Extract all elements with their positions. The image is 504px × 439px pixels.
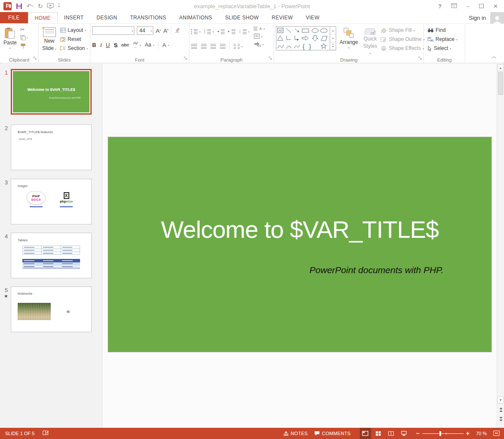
- character-spacing-button[interactable]: AV↔ ▾: [133, 41, 141, 48]
- repeat-button[interactable]: ↻: [38, 3, 43, 9]
- bullets-button[interactable]: ▾: [191, 29, 201, 34]
- zoom-slider[interactable]: [422, 428, 464, 439]
- copy-dropdown-icon[interactable]: ▾: [27, 36, 28, 39]
- shape-fill-button[interactable]: Shape Fill▾: [380, 27, 424, 33]
- shapes-scroll-up-button[interactable]: ▴: [330, 27, 336, 34]
- reading-view-button[interactable]: [386, 428, 397, 439]
- copy-button[interactable]: ▾: [20, 35, 28, 40]
- paste-dropdown-icon[interactable]: ▾: [9, 47, 11, 50]
- zoom-in-button[interactable]: +: [466, 430, 470, 437]
- slide-5-thumbnail[interactable]: Multimedia: [11, 286, 92, 332]
- quick-styles-button[interactable]: Quick Styles ▾: [362, 25, 379, 56]
- help-button[interactable]: ?: [438, 3, 442, 9]
- slide-sorter-view-button[interactable]: [373, 428, 384, 439]
- minimize-button[interactable]: –: [467, 3, 470, 9]
- increase-font-size-button[interactable]: A▴: [156, 28, 161, 34]
- slide-4-thumbnail[interactable]: Tables: [11, 233, 92, 278]
- undo-dropdown-icon[interactable]: ▾: [32, 5, 34, 7]
- text-direction-button[interactable]: A▾: [254, 26, 265, 31]
- numbering-button[interactable]: 123▾: [204, 29, 214, 34]
- shape-outline-button[interactable]: Shape Outline▾: [380, 36, 424, 42]
- cut-button[interactable]: ✂: [20, 27, 28, 32]
- decrease-indent-button[interactable]: ◂: [217, 29, 225, 34]
- save-button[interactable]: [16, 3, 22, 9]
- format-painter-button[interactable]: [20, 43, 28, 51]
- tab-transitions[interactable]: TRANSITIONS: [124, 12, 173, 23]
- scrollbar-thumb[interactable]: [498, 72, 503, 95]
- find-button[interactable]: Find: [427, 27, 458, 33]
- tab-insert[interactable]: INSERT: [58, 12, 90, 23]
- tab-review[interactable]: REVIEW: [265, 12, 299, 23]
- replace-button[interactable]: ab⮡ac Replace▾: [427, 36, 458, 42]
- layout-button[interactable]: Layout▾: [60, 27, 88, 33]
- zoom-out-button[interactable]: −: [416, 430, 420, 437]
- account-avatar[interactable]: [490, 12, 504, 24]
- decrease-font-size-button[interactable]: A▾: [164, 28, 169, 34]
- paste-button[interactable]: Paste ▾: [2, 25, 19, 56]
- tab-animations[interactable]: ANIMATIONS: [173, 12, 219, 23]
- increase-indent-button[interactable]: ▸: [228, 29, 235, 34]
- italic-button[interactable]: I: [100, 42, 102, 48]
- reset-button[interactable]: Reset: [60, 36, 88, 42]
- zoom-slider-thumb[interactable]: [439, 431, 441, 436]
- sign-in-link[interactable]: Sign in: [469, 15, 486, 21]
- new-slide-button[interactable]: ✳ New Slide ▾: [40, 25, 58, 56]
- maximize-button[interactable]: [479, 4, 484, 8]
- slide-indicator[interactable]: SLIDE 1 OF 5: [5, 431, 34, 436]
- spell-check-button[interactable]: [42, 430, 49, 437]
- slide-subtitle-text[interactable]: PowerPoint documents with PHP.: [300, 265, 453, 275]
- section-button[interactable]: Section▾: [60, 45, 88, 51]
- collapse-ribbon-button[interactable]: [492, 53, 496, 60]
- zoom-level[interactable]: 70 %: [476, 431, 487, 436]
- underline-button[interactable]: U: [106, 42, 110, 48]
- tab-home[interactable]: HOME: [28, 12, 58, 23]
- close-button[interactable]: ✕: [493, 3, 498, 9]
- scroll-down-button[interactable]: ▼: [498, 396, 504, 404]
- slide-title-text[interactable]: Welcome to $VAR_TITLE$: [108, 215, 492, 243]
- select-button[interactable]: Select▾: [427, 45, 458, 51]
- justify-button[interactable]: [220, 44, 226, 49]
- fit-slide-to-window-button[interactable]: [493, 430, 500, 437]
- scroll-up-button[interactable]: ▲: [498, 64, 504, 72]
- undo-button[interactable]: ↶▾: [27, 3, 34, 9]
- text-shadow-button[interactable]: S: [114, 42, 117, 48]
- slide-1-thumbnail[interactable]: Welcome to $VAR_TITLE$ PowerPoint docume…: [11, 69, 92, 115]
- slide-show-button[interactable]: [399, 428, 410, 439]
- align-left-button[interactable]: [191, 44, 197, 49]
- tab-design[interactable]: DESIGN: [90, 12, 124, 23]
- tab-slideshow[interactable]: SLIDE SHOW: [219, 12, 265, 23]
- font-size-combo[interactable]: 44▾: [137, 26, 153, 35]
- align-center-button[interactable]: [201, 44, 207, 49]
- change-case-button[interactable]: Aa▾: [145, 42, 155, 48]
- vertical-scrollbar[interactable]: ▲ ▼: [497, 64, 504, 428]
- strikethrough-button[interactable]: abe: [121, 43, 129, 47]
- start-from-beginning-button[interactable]: [47, 3, 54, 9]
- font-name-combo[interactable]: ▾: [92, 26, 134, 35]
- shapes-scroll-down-button[interactable]: ▾: [330, 34, 336, 42]
- align-right-button[interactable]: [210, 44, 216, 49]
- arrange-button[interactable]: Arrange ▾: [338, 25, 360, 56]
- shapes-gallery[interactable]: A {: [276, 26, 330, 50]
- font-color-button[interactable]: A▾: [162, 42, 169, 48]
- bold-button[interactable]: B: [92, 42, 96, 48]
- convert-smartart-button[interactable]: ▾: [254, 41, 265, 47]
- next-slide-button[interactable]: [498, 417, 503, 422]
- customize-qat-button[interactable]: ▾: [58, 4, 60, 8]
- slide-2-thumbnail[interactable]: $VAR_TITLE$ features • $VAR_LIST$: [11, 125, 92, 170]
- comments-button[interactable]: COMMENTS: [314, 431, 351, 436]
- columns-button[interactable]: ▾: [234, 44, 243, 49]
- tab-view[interactable]: VIEW: [299, 12, 326, 23]
- align-text-button[interactable]: ▾: [254, 34, 265, 39]
- normal-view-button[interactable]: [360, 428, 371, 439]
- shapes-more-button[interactable]: ▾: [330, 42, 336, 50]
- notes-button[interactable]: NOTES: [283, 431, 308, 436]
- clear-formatting-button[interactable]: [174, 27, 180, 34]
- current-slide[interactable]: Welcome to $VAR_TITLE$ PowerPoint docume…: [108, 137, 492, 352]
- powerpoint-app-icon[interactable]: P: [3, 2, 12, 10]
- shape-effects-button[interactable]: Shape Effects▾: [380, 45, 424, 51]
- previous-slide-button[interactable]: [498, 408, 503, 412]
- tab-file[interactable]: FILE: [0, 12, 28, 23]
- line-spacing-button[interactable]: ↕▾: [239, 29, 250, 34]
- ribbon-display-options-button[interactable]: [451, 3, 457, 9]
- slide-3-thumbnail[interactable]: Images PHPDOCX X phpxlsx: [11, 179, 92, 224]
